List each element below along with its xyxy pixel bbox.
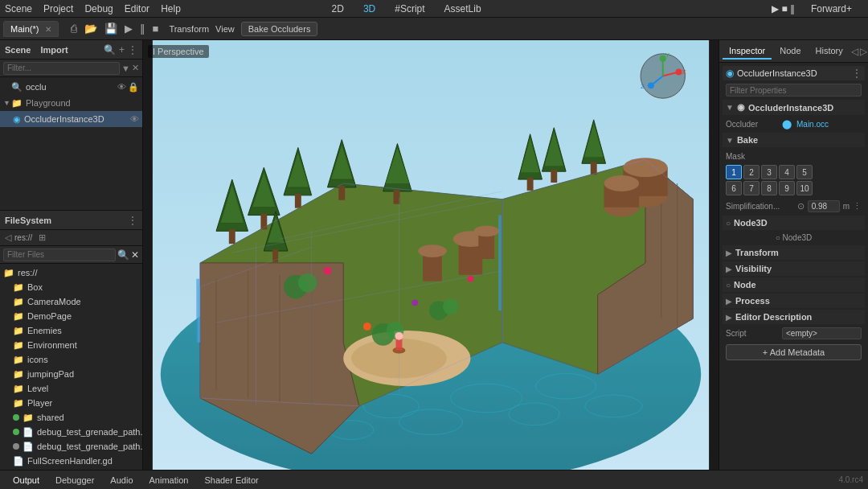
fs-back-icon[interactable]: ◁ — [5, 232, 11, 243]
occluder-section-header[interactable]: ▼ ◉ OccluderInstance3D — [723, 100, 865, 115]
script-value[interactable]: <empty> — [782, 327, 862, 339]
simplification-toggle-icon[interactable]: ⊙ — [797, 201, 805, 212]
simplification-menu-icon[interactable]: ⋮ — [853, 201, 862, 212]
filter-row — [723, 82, 865, 98]
left-panel: Scene Import 🔍 + ⋮ ▼ ✕ 🔍 occlu � — [0, 40, 143, 470]
scene-add-icon[interactable]: + — [119, 44, 125, 55]
component-more-icon[interactable]: ⋮ — [852, 68, 862, 79]
fs-label-level: Level — [27, 384, 48, 393]
bake-num-2[interactable]: 2 — [743, 165, 760, 179]
fs-menu-icon[interactable]: ⋮ — [128, 215, 137, 226]
fs-item-enemies[interactable]: 📁 Enemies — [0, 323, 142, 338]
fs-item-jumpingpad[interactable]: 📁 jumpingPad — [0, 367, 142, 381]
fs-item-cameramode[interactable]: 📁 CameraMode — [0, 294, 142, 309]
main-layout: Scene Import 🔍 + ⋮ ▼ ✕ 🔍 occlu � — [0, 40, 868, 470]
tree-lock-icon[interactable]: 🔒 — [128, 82, 139, 92]
scene-menu-icon[interactable]: ⋮ — [128, 44, 137, 55]
bake-num-3[interactable]: 3 — [761, 165, 777, 179]
fs-item-root[interactable]: 📁 res:// — [0, 265, 142, 280]
menu-help[interactable]: Help — [161, 3, 181, 14]
scene-close-filter[interactable]: ✕ — [132, 63, 139, 73]
scene-search-icon[interactable]: 🔍 — [104, 44, 116, 55]
fs-filter-input[interactable] — [3, 249, 116, 261]
tree-item-occluder[interactable]: ◉ OccluderInstance3D 👁 — [0, 111, 142, 127]
fs-item-level[interactable]: 📁 Level — [0, 381, 142, 396]
fs-icon-fullscreen: 📄 — [13, 456, 24, 466]
tree-eye-icon2[interactable]: 👁 — [130, 114, 139, 124]
main-tab[interactable]: Main(*) ✕ — [3, 21, 59, 37]
inspector-next-icon[interactable]: ▷ — [860, 46, 867, 57]
scene-filter-icon[interactable]: ▼ — [121, 64, 130, 73]
toolbar-icon-pause[interactable]: ‖ — [137, 22, 148, 35]
fs-label-box: Box — [27, 282, 43, 292]
tree-item-occlu[interactable]: 🔍 occlu 👁 🔒 — [0, 79, 142, 95]
fs-item-player[interactable]: 📁 Player — [0, 396, 142, 410]
occluder-field-value[interactable]: Main.occ — [793, 119, 862, 129]
simplification-value-input[interactable] — [808, 200, 840, 212]
fs-item-shared[interactable]: 📁 shared — [0, 410, 142, 425]
bottom-tab-animation[interactable]: Animation — [141, 474, 197, 487]
tab-close-btn[interactable]: ✕ — [45, 25, 51, 34]
tree-eye-icon[interactable]: 👁 — [117, 82, 126, 92]
menu-scene[interactable]: Scene — [5, 3, 32, 14]
fs-item-debug-tscn[interactable]: 📄 debug_test_grenade_path.tscn — [0, 439, 142, 454]
mode-3d[interactable]: 3D — [363, 3, 375, 14]
bottom-tab-audio[interactable]: Audio — [102, 474, 141, 487]
mode-2d[interactable]: 2D — [332, 3, 344, 14]
visibility-section-header[interactable]: ▶ Visibility — [723, 261, 865, 276]
bake-num-5[interactable]: 5 — [796, 165, 813, 179]
toolbar-icon-stop[interactable]: ■ — [150, 22, 162, 35]
menu-editor[interactable]: Editor — [125, 3, 149, 14]
fs-filter-search-icon[interactable]: 🔍 — [117, 249, 129, 261]
node3d-section-header[interactable]: ○ Node3D — [723, 216, 865, 230]
fs-item-box[interactable]: 📁 Box — [0, 280, 142, 294]
mode-assetlib[interactable]: AssetLib — [444, 3, 481, 14]
editor-desc-section-header[interactable]: ▶ Editor Description — [723, 310, 865, 324]
toolbar-icon-play[interactable]: ▶ — [122, 22, 135, 35]
viewport-canvas[interactable]: X Y Z I Perspective — [143, 40, 719, 470]
svg-point-95 — [648, 82, 654, 88]
transform-btn[interactable]: Transform — [169, 24, 209, 34]
scene-filter-input[interactable] — [3, 62, 120, 75]
menu-debug[interactable]: Debug — [84, 3, 113, 14]
bake-occluders-btn[interactable]: Bake Occluders — [241, 22, 318, 36]
fs-dot-debug-tscn — [13, 443, 19, 450]
bake-num-8[interactable]: 8 — [761, 181, 777, 195]
fs-filter-close-icon[interactable]: ✕ — [131, 249, 139, 261]
toolbar-icon-save[interactable]: 💾 — [102, 22, 120, 35]
tree-item-playground[interactable]: ▼ 📁 Playground — [0, 95, 142, 111]
inspector-prev-icon[interactable]: ◁ — [851, 46, 858, 57]
process-section-label: Process — [735, 296, 770, 306]
menu-project[interactable]: Project — [43, 3, 73, 14]
forward-plus: Forward+ — [811, 3, 852, 14]
view-btn[interactable]: View — [215, 24, 235, 34]
fs-item-fullscreen[interactable]: 📄 FullScreenHandler.gd — [0, 454, 142, 468]
fs-item-icons[interactable]: 📁 icons — [0, 352, 142, 367]
add-metadata-btn[interactable]: + Add Metadata — [726, 344, 862, 360]
bake-num-6[interactable]: 6 — [726, 181, 742, 195]
inspector-tab-history[interactable]: History — [809, 43, 850, 60]
toolbar-icon-new[interactable]: ⎙ — [68, 22, 80, 35]
process-section-header[interactable]: ▶ Process — [723, 294, 865, 308]
inspector-tab-inspector[interactable]: Inspector — [723, 43, 772, 60]
bottom-tab-output[interactable]: Output — [5, 474, 47, 487]
bake-num-1[interactable]: 1 — [726, 165, 742, 179]
mode-script[interactable]: #Script — [395, 3, 424, 14]
bake-num-4[interactable]: 4 — [779, 165, 795, 179]
fs-layout-icon[interactable]: ⊞ — [39, 232, 46, 243]
bottom-tab-shader-editor[interactable]: Shader Editor — [196, 474, 266, 487]
bake-section-header[interactable]: ▼ Bake — [723, 133, 865, 147]
bottom-tab-debugger[interactable]: Debugger — [47, 474, 102, 487]
fs-item-demopage[interactable]: 📁 DemoPage — [0, 309, 142, 323]
bake-num-9[interactable]: 9 — [779, 181, 795, 195]
transform-section-header[interactable]: ▶ Transform — [723, 245, 865, 260]
fs-item-debug-gd[interactable]: 📄 debug_test_grenade_path.gd — [0, 425, 142, 439]
bake-num-7[interactable]: 7 — [743, 181, 760, 195]
filter-properties-input[interactable] — [726, 84, 862, 97]
inspector-tab-node[interactable]: Node — [773, 43, 807, 60]
bake-num-10[interactable]: 10 — [796, 181, 813, 195]
node-section-header[interactable]: ○ Node — [723, 277, 865, 292]
toolbar-icon-open[interactable]: 📂 — [82, 22, 100, 35]
bake-row-1: 1 2 3 4 5 — [726, 165, 862, 179]
fs-item-environment[interactable]: 📁 Environment — [0, 338, 142, 352]
